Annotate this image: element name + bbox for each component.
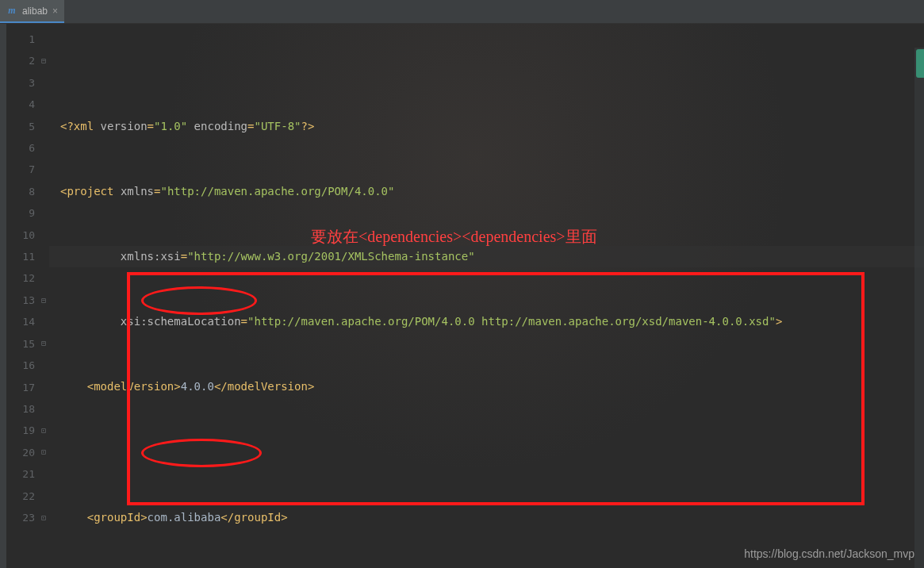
annotation-text: 要放在<dependencies><dependencies>里面 bbox=[311, 226, 597, 248]
file-tab[interactable]: m alibab × bbox=[0, 0, 64, 23]
code-line: <modelVersion>4.0.0</modelVersion> bbox=[60, 376, 924, 397]
code-line: <groupId>com.alibaba</groupId> bbox=[60, 507, 924, 528]
fold-gutter[interactable]: ⊟⊟⊟⊡⊡⊡ bbox=[38, 24, 49, 568]
code-line: <?xml version="1.0" encoding="UTF-8"?> bbox=[60, 116, 924, 137]
code-line: xsi:schemaLocation="http://maven.apache.… bbox=[60, 311, 924, 332]
code-area[interactable]: <?xml version="1.0" encoding="UTF-8"?> <… bbox=[49, 24, 924, 568]
side-panel-toggle[interactable] bbox=[916, 49, 924, 78]
editor[interactable]: 1234567891011121314151617181920212223 ⊟⊟… bbox=[0, 24, 924, 568]
code-line bbox=[60, 442, 924, 463]
watermark: https://blog.csdn.net/Jackson_mvp bbox=[744, 547, 914, 560]
code-line: xmlns:xsi="http://www.w3.org/2001/XMLSch… bbox=[60, 246, 924, 267]
tab-title: alibab bbox=[22, 6, 48, 17]
close-icon[interactable]: × bbox=[52, 6, 58, 17]
gutter-strip bbox=[0, 24, 6, 568]
maven-icon: m bbox=[6, 6, 17, 17]
code-line: <project xmlns="http://maven.apache.org/… bbox=[60, 181, 924, 202]
line-numbers: 1234567891011121314151617181920212223 bbox=[6, 24, 38, 568]
tab-bar: m alibab × bbox=[0, 0, 924, 24]
